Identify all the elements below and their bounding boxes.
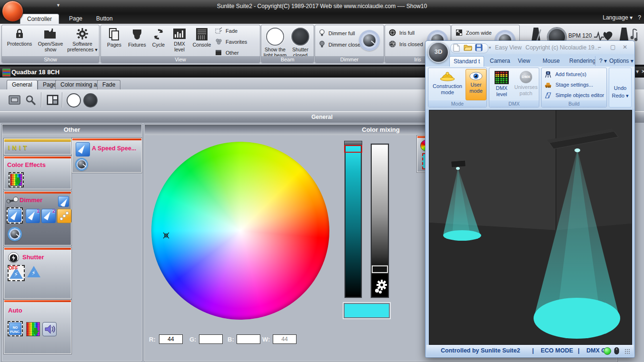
green-arrow-icon bbox=[15, 180, 21, 186]
color-wheel-marker[interactable] bbox=[162, 232, 170, 239]
dimmer-fx-icon[interactable] bbox=[57, 209, 71, 223]
construction-mode-button[interactable]: Construction mode bbox=[430, 69, 465, 96]
init-preset[interactable]: INIT bbox=[4, 138, 71, 155]
dimmer-preset-group[interactable]: Dimmer 1 2 bbox=[4, 191, 71, 245]
easyview-tab-standard[interactable]: Standard t bbox=[449, 56, 484, 67]
quadbar-tab-fade[interactable]: Fade bbox=[97, 80, 120, 89]
dmx-on-led bbox=[604, 347, 611, 355]
close-icon[interactable]: ✕ bbox=[641, 68, 644, 75]
dmx-level-button[interactable]: DMX level bbox=[490, 69, 513, 98]
color-effects-preset[interactable]: Color Effects bbox=[4, 156, 71, 189]
blue-field[interactable] bbox=[237, 334, 260, 344]
dmx-level-button[interactable]: DMX level bbox=[168, 26, 190, 52]
dimmer-slider[interactable] bbox=[371, 144, 389, 298]
user-mode-button[interactable]: User mode bbox=[466, 69, 486, 100]
show-light-beam-button[interactable]: Show the light beam bbox=[263, 26, 287, 58]
easyview-options-menu[interactable]: Options ▾ bbox=[605, 56, 637, 66]
help-button[interactable]: ? bbox=[638, 14, 641, 21]
easyview-3d-orb[interactable]: 3D bbox=[428, 42, 449, 63]
tab-page[interactable]: Page bbox=[62, 14, 89, 24]
dimmer-beam-2-icon[interactable]: 2 bbox=[41, 209, 56, 223]
white-field[interactable] bbox=[273, 334, 297, 344]
green-field[interactable] bbox=[199, 334, 223, 344]
toolbar-separator bbox=[41, 92, 41, 108]
tab-controller[interactable]: Controller bbox=[20, 14, 59, 24]
universes-patch-button[interactable]: DMX Universes patch bbox=[514, 69, 538, 97]
cyan-intensity-slider[interactable] bbox=[345, 144, 362, 298]
search-icon[interactable] bbox=[25, 94, 36, 106]
color-wheel[interactable] bbox=[151, 142, 329, 320]
undo-button[interactable]: Undo bbox=[609, 85, 631, 91]
iris-full-item[interactable]: Iris full bbox=[389, 29, 432, 38]
save-icon[interactable] bbox=[475, 44, 483, 51]
easyview-group-build: Add fixture(s) Stage settings... Simple … bbox=[541, 68, 607, 108]
auto-preset-group[interactable]: Auto NO FUNC. bbox=[4, 300, 71, 354]
resize-grip[interactable] bbox=[624, 349, 630, 354]
quick-access-chevron-icon[interactable]: ▼ bbox=[56, 3, 60, 8]
easyview-3d-viewport[interactable] bbox=[429, 110, 632, 345]
dimmer-knob[interactable] bbox=[359, 30, 380, 51]
cyan-slider-selection[interactable] bbox=[344, 145, 362, 153]
dimmer-master-icon[interactable] bbox=[58, 196, 69, 207]
simple-objects-editor-item[interactable]: Simple objects editor bbox=[545, 91, 604, 100]
favorites-item[interactable]: Favorites bbox=[215, 38, 259, 47]
software-preferences-button[interactable]: Software preferences ▾ bbox=[67, 26, 98, 52]
speed-knob[interactable] bbox=[75, 158, 88, 171]
pages-button[interactable]: Pages bbox=[104, 26, 125, 48]
red-field[interactable] bbox=[159, 334, 183, 344]
language-menu[interactable]: Language ▾ bbox=[603, 14, 633, 21]
cycle-button[interactable]: Cycle bbox=[149, 26, 168, 48]
speed-preset[interactable]: A Speed Spee... bbox=[72, 138, 142, 173]
dimmer-knob-small[interactable] bbox=[8, 227, 22, 241]
compact-view-icon[interactable] bbox=[9, 95, 20, 105]
dimmer-slider-handle[interactable] bbox=[372, 265, 388, 273]
shutter-closed-button[interactable]: Shutter closed bbox=[288, 26, 312, 58]
application-menu-pearl[interactable] bbox=[2, 0, 23, 22]
shutter-off-selected[interactable]: ⚡ OFF bbox=[8, 265, 25, 281]
gear-icon[interactable] bbox=[374, 279, 388, 294]
group-caption-show: Show bbox=[2, 56, 99, 63]
add-fixtures-item[interactable]: Add fixture(s) bbox=[545, 70, 586, 79]
shutter-on-icon[interactable]: ⚡ bbox=[27, 266, 40, 277]
stage-settings-icon bbox=[545, 81, 552, 88]
objects-editor-icon bbox=[545, 92, 552, 99]
auto-label: Auto bbox=[8, 307, 22, 314]
easyview-group-undo: Undo Redo ▾ bbox=[609, 68, 632, 108]
white-color-button[interactable] bbox=[67, 93, 81, 108]
easyview-tab-rendering[interactable]: Rendering bbox=[565, 56, 599, 66]
easyview-tab-mouse[interactable]: Mouse bbox=[539, 56, 564, 66]
maximize-icon[interactable]: ▢ bbox=[610, 44, 615, 50]
rainbow-effect-icon[interactable] bbox=[26, 322, 40, 336]
rollup-icon[interactable]: ▼ bbox=[635, 69, 640, 74]
redo-button[interactable]: Redo ▾ bbox=[609, 93, 631, 99]
protections-button[interactable]: Protections bbox=[5, 26, 34, 47]
init-label: INIT bbox=[8, 144, 30, 151]
quick-access-chevron-icon[interactable]: ▾ bbox=[489, 45, 491, 50]
open-folder-icon[interactable] bbox=[464, 44, 472, 51]
minimize-icon[interactable]: – bbox=[598, 44, 601, 50]
easyview-tab-camera[interactable]: Camera bbox=[486, 56, 514, 66]
stage-settings-item[interactable]: Stage settings... bbox=[545, 80, 593, 90]
color-effects-label: Color Effects bbox=[7, 161, 46, 168]
dimmer-beam-1-icon[interactable]: 1 bbox=[26, 209, 40, 223]
shutter-preset-group[interactable]: Shutter ⚡ OFF ⚡ bbox=[4, 247, 71, 299]
white-label: W: bbox=[262, 336, 270, 343]
easyview-titlebar[interactable]: ▾ Easy View Copyright (c) Nicolaudie 19.… bbox=[426, 41, 634, 54]
tab-button[interactable]: Button bbox=[89, 14, 119, 24]
color-effects-selected[interactable] bbox=[9, 172, 24, 187]
no-func-icon: NO FUNC. bbox=[9, 323, 21, 335]
console-button[interactable]: Console bbox=[190, 26, 213, 48]
no-func-selected[interactable]: NO FUNC. bbox=[8, 321, 23, 336]
fixtures-button[interactable]: Fixtures bbox=[126, 26, 149, 48]
quadbar-tab-general[interactable]: General bbox=[7, 80, 38, 89]
close-icon[interactable]: ✕ bbox=[623, 44, 627, 50]
black-color-button[interactable] bbox=[83, 93, 98, 108]
easyview-tab-view[interactable]: View bbox=[514, 56, 534, 66]
speaker-icon[interactable] bbox=[42, 322, 57, 336]
open-save-show-button[interactable]: Open/Save show bbox=[35, 26, 66, 52]
dimmer-selected[interactable] bbox=[7, 207, 23, 224]
layout-icon[interactable] bbox=[47, 95, 59, 105]
fade-item[interactable]: Fade bbox=[215, 27, 259, 36]
new-file-icon[interactable] bbox=[453, 44, 460, 52]
console-icon bbox=[190, 28, 213, 41]
